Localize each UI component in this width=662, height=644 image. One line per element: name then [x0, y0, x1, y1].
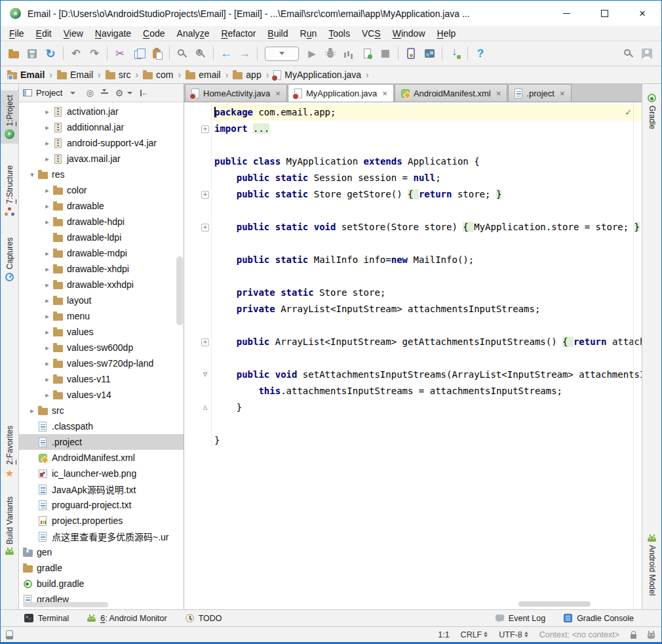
toolbar-stop-button[interactable] — [376, 45, 395, 62]
tree-item-drawable[interactable]: ▸drawable — [19, 198, 184, 214]
tree-item-drawable-ldpi[interactable]: drawable-ldpi — [19, 230, 184, 245]
tab-project[interactable]: .project× — [508, 84, 571, 102]
tab-myapplication-java[interactable]: MyApplication.java× — [288, 84, 394, 102]
breadcrumb-item-com[interactable]: com — [143, 70, 173, 80]
code-line[interactable] — [184, 137, 642, 153]
tree-collapsed-arrow-icon[interactable]: ▸ — [43, 328, 52, 336]
toolwindow-button-android-model[interactable]: Android Model — [648, 530, 657, 600]
fold-end-icon[interactable]: △ — [201, 404, 209, 412]
tree-item-project-properties[interactable]: project.properties — [19, 513, 184, 529]
breadcrumb-item-email[interactable]: Email — [7, 70, 45, 80]
minimize-button[interactable] — [547, 1, 585, 26]
close-icon[interactable]: × — [382, 89, 387, 98]
toggle-toolwindow-buttons-icon[interactable] — [6, 630, 13, 639]
tree-collapsed-arrow-icon[interactable]: ▸ — [43, 281, 52, 289]
context-indicator[interactable]: Context: <no context> — [539, 630, 619, 639]
toolbar-avatar-button[interactable] — [638, 45, 656, 62]
menu-window[interactable]: Window — [387, 28, 431, 39]
toolwindow-button-gradle-console[interactable]: Gradle Console — [564, 614, 634, 623]
tree-item-values-v14[interactable]: ▸values-v14 — [19, 387, 184, 403]
toolbar-debug-button[interactable] — [321, 45, 340, 62]
maximize-button[interactable] — [585, 1, 623, 26]
toolbar-attach-button[interactable] — [358, 45, 376, 62]
tree-item-layout[interactable]: ▸layout — [19, 292, 184, 308]
tree-item-gradle[interactable]: gradle — [19, 560, 184, 576]
encoding-selector[interactable]: UTF-8 — [499, 630, 528, 639]
code-line[interactable]: +import ... — [184, 121, 642, 137]
tree-item-project[interactable]: .project — [19, 434, 184, 450]
toolbar-avd-button[interactable] — [402, 45, 420, 62]
tree-horizontal-scrollbar[interactable] — [23, 602, 108, 607]
breadcrumb-item-src[interactable]: src — [106, 70, 131, 80]
toolwindow-button-captures[interactable]: Captures — [1, 233, 18, 286]
tree-item-activation-jar[interactable]: ▸activation.jar — [19, 104, 184, 119]
tree-item-values-sw720dp-land[interactable]: ▸values-sw720dp-land — [19, 355, 184, 371]
menu-build[interactable]: Build — [262, 28, 294, 39]
toolbar-forward-button[interactable] — [235, 45, 254, 62]
tree-collapsed-arrow-icon[interactable]: ▸ — [43, 375, 52, 384]
tree-item-drawable-xxhdpi[interactable]: ▸drawable-xxhdpi — [19, 277, 184, 292]
tree-collapsed-arrow-icon[interactable]: ▸ — [43, 359, 52, 368]
menu-view[interactable]: View — [58, 28, 89, 39]
run-config-dropdown[interactable] — [265, 47, 299, 61]
toolbar-replace-button[interactable] — [191, 45, 210, 62]
toolbar-undo-button[interactable] — [67, 45, 85, 62]
toolbar-back-button[interactable] — [217, 45, 235, 62]
tree-collapsed-arrow-icon[interactable]: ▸ — [43, 391, 52, 399]
close-icon[interactable]: × — [275, 89, 281, 98]
code-line[interactable]: ▽ public void setAttachmentsInputStreams… — [184, 367, 642, 383]
tree-collapsed-arrow-icon[interactable]: ▸ — [43, 312, 52, 321]
code-line[interactable]: package com.email.app; — [184, 104, 642, 121]
toolbar-open-folder-button[interactable] — [5, 45, 23, 62]
menu-analyze[interactable]: Analyze — [171, 28, 216, 39]
tree-item-menu[interactable]: ▸menu — [19, 308, 184, 324]
tree-item-drawable-xhdpi[interactable]: ▸drawable-xhdpi — [19, 261, 184, 277]
tree-collapsed-arrow-icon[interactable]: ▸ — [43, 186, 52, 195]
tree-item-build-gradle[interactable]: build.gradle — [19, 576, 184, 592]
titlebar[interactable]: Email - [D:\Users\o\AndroidStudioProject… — [1, 1, 661, 26]
code-line[interactable] — [184, 317, 642, 334]
tree-collapsed-arrow-icon[interactable]: ▸ — [43, 344, 52, 352]
breadcrumb-item-app[interactable]: app — [233, 70, 261, 80]
tree-item-classpath[interactable]: .classpath — [19, 418, 184, 434]
tree-collapsed-arrow-icon[interactable]: ▸ — [43, 202, 52, 211]
toolwindow-button-build-variants[interactable]: Build Variants — [1, 492, 18, 559]
tree-item-src[interactable]: ▸src — [19, 403, 184, 418]
toolbar-search-button[interactable] — [619, 45, 638, 62]
code-line[interactable] — [184, 350, 642, 367]
tree-item-drawable-hdpi[interactable]: ▸drawable-hdpi — [19, 214, 184, 230]
tree-item-values[interactable]: ▸values — [19, 324, 184, 340]
tree-item-color[interactable]: ▸color — [19, 182, 184, 198]
tree-collapsed-arrow-icon[interactable]: ▸ — [43, 249, 52, 258]
gear-icon[interactable] — [115, 88, 133, 98]
tree-collapsed-arrow-icon[interactable]: ▸ — [43, 296, 52, 305]
toolwindow-button-todo[interactable]: TODO — [185, 614, 222, 623]
tree-item-proguard-project-txt[interactable]: proguard-project.txt — [19, 497, 184, 513]
locate-icon[interactable] — [86, 88, 93, 98]
tree-collapsed-arrow-icon[interactable]: ▸ — [43, 139, 52, 148]
toolwindow-button-7-structure[interactable]: 7:Structure — [1, 161, 18, 221]
toolwindow-button-event-log[interactable]: Event Log — [496, 614, 545, 623]
menu-tools[interactable]: Tools — [322, 28, 356, 39]
code-line[interactable] — [184, 416, 642, 432]
code-line[interactable]: } — [184, 432, 642, 449]
menu-edit[interactable]: Edit — [30, 28, 58, 39]
code-line[interactable]: private ArrayList<InputStream> attachmen… — [184, 301, 642, 317]
fold-plus-icon[interactable]: + — [201, 338, 209, 346]
menu-code[interactable]: Code — [137, 28, 170, 39]
tree-item-javax-mail-jar[interactable]: ▸javax.mail.jar — [19, 151, 184, 167]
toolbar-save-button[interactable] — [23, 45, 41, 62]
editor-horizontal-scrollbar[interactable] — [518, 601, 591, 607]
tree-collapsed-arrow-icon[interactable]: ▸ — [43, 108, 52, 116]
code-line[interactable]: + public ArrayList<InputStream> getAttac… — [184, 334, 642, 350]
toolwindow-button-2-favorites[interactable]: 2:Favorites — [1, 421, 18, 484]
code-line[interactable]: + public static void setStore(Store stor… — [184, 219, 642, 235]
code-line[interactable] — [184, 203, 642, 219]
toolbar-find-button[interactable] — [173, 45, 191, 62]
menu-refactor[interactable]: Refactor — [215, 28, 262, 39]
toolwindow-button-1-project[interactable]: 1:Project — [1, 91, 18, 144]
code-line[interactable]: △ } — [184, 399, 642, 416]
fold-plus-icon[interactable]: + — [201, 125, 209, 133]
tree-item-drawable-mdpi[interactable]: ▸drawable-mdpi — [19, 245, 184, 261]
tree-item-androidmanifest-xml[interactable]: AndroidManifest.xml — [19, 450, 184, 466]
